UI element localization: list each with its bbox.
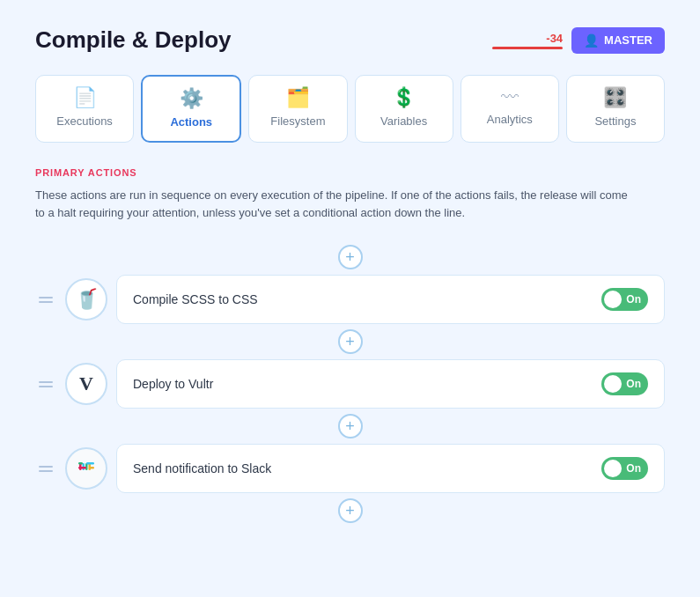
analytics-icon: 〰	[501, 88, 519, 106]
action-icon-vultr: V	[65, 363, 107, 405]
tab-variables[interactable]: 💲 Variables	[355, 75, 453, 143]
svg-rect-7	[90, 467, 94, 469]
section-label: PRIMARY ACTIONS	[35, 167, 665, 178]
actions-icon: ⚙️	[180, 89, 203, 108]
master-button[interactable]: 👤 MASTER	[571, 27, 665, 54]
counter-number: -34	[546, 32, 563, 45]
toggle-label-scss: On	[626, 293, 641, 306]
action-row-scss: 🥤 Compile SCSS to CSS On	[35, 275, 665, 324]
action-row-slack: Send notification to Slack On	[35, 444, 665, 493]
tab-analytics[interactable]: 〰 Analytics	[461, 75, 559, 143]
svg-rect-4	[78, 467, 86, 469]
add-action-middle2[interactable]: +	[338, 414, 363, 439]
filesystem-icon: 🗂️	[286, 88, 310, 107]
toggle-circle-scss	[604, 291, 622, 308]
section-desc: These actions are run in sequence on eve…	[35, 187, 634, 222]
tab-settings-label: Settings	[594, 114, 636, 128]
toggle-circle-vultr	[604, 375, 622, 393]
action-card-scss: Compile SCSS to CSS On	[116, 275, 665, 324]
action-name-scss: Compile SCSS to CSS	[133, 292, 258, 306]
page-title: Compile & Deploy	[35, 26, 231, 54]
tab-executions-label: Executions	[56, 114, 113, 128]
vultr-icon: V	[79, 372, 93, 395]
toggle-label-vultr: On	[626, 378, 641, 390]
scss-icon: 🥤	[75, 288, 99, 311]
toggle-vultr[interactable]: On	[601, 372, 648, 395]
action-name-slack: Send notification to Slack	[133, 461, 271, 475]
tab-actions[interactable]: ⚙️ Actions	[141, 75, 241, 143]
drag-handle-slack[interactable]	[35, 462, 56, 475]
toggle-scss[interactable]: On	[601, 288, 648, 311]
settings-icon: 🎛️	[603, 88, 627, 107]
svg-rect-6	[78, 462, 83, 465]
tab-settings[interactable]: 🎛️ Settings	[566, 75, 665, 143]
counter-badge: -34	[492, 32, 563, 49]
primary-actions-section: PRIMARY ACTIONS These actions are run in…	[35, 167, 665, 528]
action-icon-scss: 🥤	[65, 278, 107, 321]
top-right: -34 👤 MASTER	[492, 27, 665, 54]
action-card-slack: Send notification to Slack On	[116, 444, 665, 493]
action-name-vultr: Deploy to Vultr	[133, 377, 213, 391]
action-row-vultr: V Deploy to Vultr On	[35, 359, 665, 409]
tab-filesystem[interactable]: 🗂️ Filesystem	[248, 75, 347, 143]
add-action-bottom[interactable]: +	[338, 498, 363, 523]
variables-icon: 💲	[392, 88, 416, 107]
actions-list: + 🥤 Compile SCSS to CSS On +	[35, 240, 665, 528]
master-icon: 👤	[584, 33, 599, 48]
executions-icon: 📄	[73, 88, 97, 107]
drag-handle-vultr[interactable]	[35, 378, 56, 391]
action-icon-slack	[65, 447, 107, 490]
page-container: Compile & Deploy -34 👤 MASTER 📄 Executio…	[9, 9, 691, 597]
slack-icon	[75, 454, 98, 483]
toggle-label-slack: On	[626, 462, 641, 475]
tab-analytics-label: Analytics	[487, 113, 533, 126]
toggle-slack[interactable]: On	[601, 457, 648, 480]
svg-rect-5	[86, 462, 94, 465]
action-card-vultr: Deploy to Vultr On	[116, 359, 665, 409]
tab-actions-label: Actions	[170, 115, 212, 129]
counter-bar	[492, 47, 563, 49]
add-action-middle1[interactable]: +	[338, 329, 363, 354]
tab-executions[interactable]: 📄 Executions	[35, 75, 134, 143]
drag-handle-scss[interactable]	[35, 293, 56, 306]
top-bar: Compile & Deploy -34 👤 MASTER	[35, 26, 665, 54]
master-label: MASTER	[604, 33, 652, 47]
tab-filesystem-label: Filesystem	[270, 114, 325, 128]
toggle-circle-slack	[604, 460, 622, 477]
add-action-top[interactable]: +	[338, 245, 363, 269]
tab-variables-label: Variables	[380, 114, 427, 128]
tabs-row: 📄 Executions ⚙️ Actions 🗂️ Filesystem 💲 …	[35, 75, 665, 143]
